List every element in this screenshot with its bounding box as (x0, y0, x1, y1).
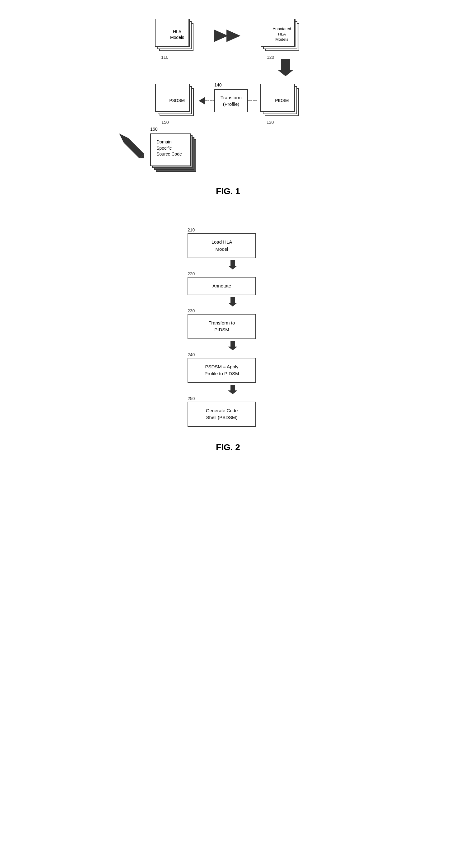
hla-models-label: HLA Models (167, 29, 187, 40)
arrow-down-to-pidsm (153, 59, 303, 78)
hla-models-stack: HLA Models (155, 19, 195, 53)
svg-marker-6 (228, 260, 237, 270)
fig1-row2: PSDSM 150 140 Transform (Profile) (155, 84, 301, 118)
step-250-wrapper: 250 Generate CodeShell (PSDSM) (188, 396, 268, 427)
svg-marker-8 (228, 341, 237, 350)
psdsm-stack: PSDSM (155, 84, 196, 118)
svg-marker-2 (278, 59, 293, 76)
step-220-num: 220 (188, 271, 195, 276)
annotated-hla-models-group: AnnotatedHLA Models 120 (261, 19, 301, 53)
step-220-wrapper: 220 Annotate (188, 271, 268, 295)
svg-marker-1 (226, 30, 240, 42)
step-240-box: PSDSM = ApplyProfile to PIDSM (188, 358, 256, 383)
fig2-label: FIG. 2 (216, 442, 240, 452)
step-230-num: 230 (188, 308, 195, 313)
arrow-220-230-icon (228, 297, 237, 306)
pidsm-label: PIDSM (275, 98, 289, 103)
hla-models-num: 110 (161, 55, 168, 60)
step-240-num: 240 (188, 352, 195, 357)
pidsm-group: PIDSM 130 (260, 84, 301, 118)
transform-wrapper: 140 Transform (Profile) (214, 89, 248, 112)
svg-marker-7 (228, 297, 237, 306)
step-210-box: Load HLAModel (188, 233, 256, 258)
arrow-240-250-icon (228, 385, 237, 394)
psdsm-num: 150 (161, 120, 169, 125)
step-220-box: Annotate (188, 277, 256, 295)
svg-marker-4 (124, 138, 144, 158)
dashed-line-left (205, 100, 214, 101)
step-250-num: 250 (188, 396, 195, 401)
transform-box: Transform (Profile) (214, 89, 248, 112)
svg-marker-0 (214, 30, 228, 42)
step-230-box: Transform toPIDSM (188, 314, 256, 339)
psdsm-label: PSDSM (169, 98, 185, 103)
step-210-num: 210 (188, 227, 195, 232)
dashed-line-right (248, 100, 257, 101)
transform-line1: Transform (221, 95, 242, 100)
arrow-210-220-icon (228, 260, 237, 270)
step-240-wrapper: 240 PSDSM = ApplyProfile to PIDSM (188, 352, 268, 383)
domain-source-stack: DomainSpecificSource Code (150, 133, 200, 174)
fig1-row1: HLA Models 110 AnnotatedHLA Models (155, 19, 301, 53)
svg-marker-9 (228, 385, 237, 394)
diagonal-arrow-icon (119, 133, 144, 160)
pidsm-num: 130 (267, 120, 274, 125)
step-230-wrapper: 230 Transform toPIDSM (188, 308, 268, 339)
fig1-label: FIG. 1 (216, 186, 240, 196)
arrow-230-240-icon (228, 341, 237, 350)
psdsm-group: PSDSM 150 (155, 84, 196, 118)
fig1-diagram: HLA Models 110 AnnotatedHLA Models (100, 19, 356, 215)
annotated-hla-num: 120 (267, 55, 274, 60)
transform-line2: (Profile) (223, 101, 239, 107)
arrow-left-icon (199, 97, 205, 104)
domain-source-num: 160 (150, 127, 157, 132)
fig2-diagram: 210 Load HLAModel 220 Annotate 230 Trans… (100, 227, 356, 471)
double-arrow-right-icon (214, 26, 242, 45)
domain-source-label: DomainSpecificSource Code (157, 139, 182, 157)
step-210-wrapper: 210 Load HLAModel (188, 227, 268, 258)
annotated-hla-models-stack: AnnotatedHLA Models (261, 19, 301, 53)
step-250-box: Generate CodeShell (PSDSM) (188, 402, 256, 427)
fig1-row3: 160 DomainSpecificSource Code (100, 133, 356, 174)
transform-num: 140 (214, 83, 222, 87)
domain-source-group: 160 DomainSpecificSource Code (150, 133, 200, 174)
annotated-hla-label: AnnotatedHLA Models (272, 26, 292, 42)
pidsm-stack: PIDSM (260, 84, 301, 118)
hla-models-group: HLA Models 110 (155, 19, 195, 53)
